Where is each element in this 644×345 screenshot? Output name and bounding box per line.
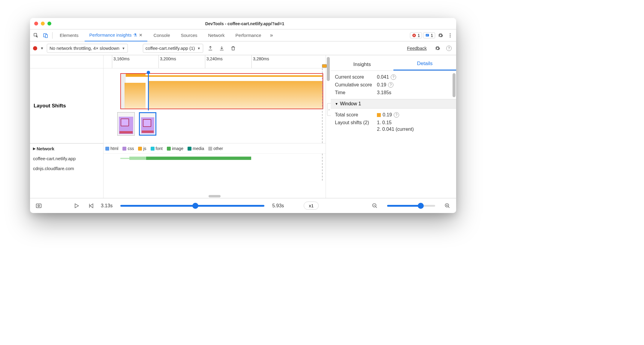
layout-shift-selection bbox=[120, 73, 323, 109]
help-icon[interactable]: ? bbox=[388, 82, 393, 88]
chevron-down-icon: ▼ bbox=[122, 46, 125, 50]
legend-other: other bbox=[208, 146, 223, 151]
network-legend: html css js font image media other bbox=[104, 143, 326, 154]
sidebar-scrollbar[interactable] bbox=[453, 73, 456, 97]
feedback-link[interactable]: Feedback bbox=[407, 46, 427, 51]
playback-end-time: 5.93s bbox=[272, 203, 284, 208]
kebab-menu-icon[interactable] bbox=[446, 31, 454, 40]
screenshot-thumb[interactable] bbox=[117, 112, 135, 136]
traffic-lights bbox=[30, 22, 51, 26]
import-icon[interactable] bbox=[218, 44, 226, 52]
zoom-in-icon[interactable] bbox=[443, 201, 452, 210]
separator bbox=[52, 32, 53, 39]
details-table: Current score0.041? Cumulative score0.19… bbox=[331, 71, 456, 99]
device-toolbar-icon[interactable] bbox=[41, 31, 50, 40]
playhead-dot[interactable] bbox=[147, 71, 150, 74]
timeline-column: 3,160ms 3,200ms 3,240ms 3,280ms bbox=[104, 55, 326, 198]
tab-elements[interactable]: Elements bbox=[55, 29, 83, 41]
skip-back-icon[interactable] bbox=[86, 201, 95, 210]
layout-shift-item[interactable]: 2. 0.041 (current) bbox=[377, 127, 414, 132]
panel-tabbar: Elements Performance insights ⚗ ✕ Consol… bbox=[30, 29, 456, 41]
tab-details[interactable]: Details bbox=[393, 61, 456, 70]
playback-start-time: 3.13s bbox=[101, 203, 113, 208]
play-icon[interactable] bbox=[72, 201, 81, 210]
badge-count: 1 bbox=[417, 33, 420, 38]
network-request-bar[interactable] bbox=[120, 158, 129, 159]
zoom-out-icon[interactable] bbox=[370, 201, 379, 210]
timeline-tick: 3,240ms bbox=[205, 55, 223, 68]
toggle-visibility-icon[interactable] bbox=[34, 201, 43, 210]
record-options-dropdown[interactable]: ▼ bbox=[40, 46, 44, 50]
tab-insights[interactable]: Insights bbox=[331, 62, 393, 70]
time-label: Time bbox=[335, 90, 377, 95]
tab-label: Network bbox=[208, 33, 225, 38]
help-icon[interactable]: ? bbox=[391, 74, 396, 80]
record-button[interactable] bbox=[33, 46, 37, 50]
layout-shift-item[interactable]: 1. 0.15 bbox=[377, 120, 392, 125]
svg-rect-2 bbox=[45, 34, 47, 38]
tab-performance[interactable]: Performance bbox=[231, 29, 266, 41]
delete-icon[interactable] bbox=[229, 44, 237, 52]
playback-slider[interactable] bbox=[120, 205, 264, 207]
layout-shift-block[interactable] bbox=[125, 83, 146, 109]
help-icon[interactable]: ? bbox=[394, 112, 399, 118]
slider-fill bbox=[387, 205, 420, 207]
close-icon[interactable]: ✕ bbox=[139, 33, 143, 38]
export-icon[interactable] bbox=[206, 44, 215, 52]
screenshot-thumb-selected[interactable] bbox=[139, 112, 156, 136]
layout-shifts-lane[interactable] bbox=[104, 68, 326, 143]
cumulative-score-label: Cumulative score bbox=[335, 82, 377, 88]
slider-knob[interactable] bbox=[192, 203, 198, 209]
layout-shift-block[interactable] bbox=[149, 81, 323, 109]
tab-label: Performance insights bbox=[89, 32, 132, 38]
cumulative-score-value: 0.19 bbox=[377, 82, 386, 88]
playhead-marker[interactable] bbox=[148, 73, 149, 110]
controlbar: ▼ No network throttling, 4× slowdown ▼ c… bbox=[30, 41, 456, 55]
close-window-button[interactable] bbox=[34, 22, 38, 26]
tab-performance-insights[interactable]: Performance insights ⚗ ✕ bbox=[85, 29, 148, 41]
svg-rect-8 bbox=[36, 204, 41, 208]
network-request-bar[interactable] bbox=[146, 157, 251, 160]
window-section-header[interactable]: ▼Window 1 bbox=[331, 99, 456, 109]
zoom-slider[interactable] bbox=[387, 205, 435, 207]
settings-icon[interactable] bbox=[436, 31, 445, 40]
details-sidebar: › Insights Details Current score0.041? C… bbox=[331, 55, 456, 198]
recording-dropdown[interactable]: coffee-cart.netlify.app (1) ▼ bbox=[143, 44, 203, 53]
network-domain-row[interactable]: cdnjs.cloudflare.com bbox=[30, 164, 103, 173]
slider-knob[interactable] bbox=[418, 203, 424, 209]
range-end-line bbox=[322, 68, 323, 143]
minimize-window-button[interactable] bbox=[41, 22, 45, 26]
legend-html: html bbox=[105, 146, 118, 151]
network-request-bar[interactable] bbox=[129, 157, 146, 160]
layout-shift-marker bbox=[121, 75, 323, 77]
network-domain-row[interactable]: coffee-cart.netlify.app bbox=[30, 154, 103, 164]
issues-badge[interactable]: 1 bbox=[423, 32, 435, 38]
disclosure-triangle-icon: ▼ bbox=[335, 102, 338, 106]
vertical-scrollbar[interactable] bbox=[327, 57, 330, 81]
timeline-ruler[interactable]: 3,160ms 3,200ms 3,240ms 3,280ms bbox=[104, 55, 326, 68]
tab-network[interactable]: Network bbox=[203, 29, 230, 41]
total-score-value: 0.19 bbox=[383, 112, 392, 118]
network-lane-label[interactable]: ▶Network bbox=[30, 143, 103, 154]
help-icon[interactable]: ? bbox=[445, 44, 453, 52]
throttling-dropdown[interactable]: No network throttling, 4× slowdown ▼ bbox=[47, 44, 128, 53]
dropdown-value: coffee-cart.netlify.app (1) bbox=[146, 46, 195, 51]
timeline-tick: 3,280ms bbox=[251, 55, 269, 68]
maximize-window-button[interactable] bbox=[47, 22, 51, 26]
network-waterfall[interactable] bbox=[104, 154, 326, 181]
panel-settings-icon[interactable] bbox=[433, 44, 442, 52]
current-score-value: 0.041 bbox=[377, 74, 389, 80]
horizontal-scrollbar[interactable] bbox=[209, 195, 221, 197]
timeline-tick: 3,200ms bbox=[158, 55, 176, 68]
tab-sources[interactable]: Sources bbox=[176, 29, 202, 41]
layout-shifts-count-label: Layout shifts (2) bbox=[335, 120, 377, 125]
tab-console[interactable]: Console bbox=[149, 29, 175, 41]
inspect-element-icon[interactable] bbox=[32, 31, 40, 40]
range-end-line bbox=[322, 154, 323, 181]
error-badge[interactable]: 1 bbox=[410, 32, 422, 38]
collapse-sidebar-handle[interactable]: › bbox=[327, 103, 331, 116]
svg-rect-4 bbox=[426, 34, 429, 36]
tab-label: Console bbox=[153, 33, 170, 38]
more-tabs-icon[interactable]: » bbox=[267, 31, 275, 40]
playback-speed-pill[interactable]: x1 bbox=[304, 202, 319, 210]
